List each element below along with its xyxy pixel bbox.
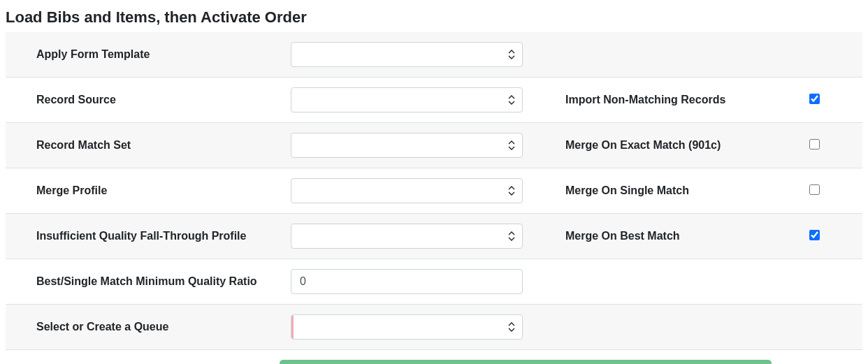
- label-apply-form-template: Apply Form Template: [17, 48, 291, 61]
- combobox-insufficient-quality[interactable]: [291, 224, 523, 249]
- checkbox-merge-single-match[interactable]: [809, 184, 820, 195]
- label-merge-single-match: Merge On Single Match: [548, 184, 809, 197]
- chevron-updown-icon: [508, 231, 515, 241]
- label-record-match-set: Record Match Set: [17, 139, 291, 152]
- row-record-match-set: Record Match Set Merge On Exact Match (9…: [6, 123, 862, 168]
- label-merge-exact-match: Merge On Exact Match (901c): [548, 139, 809, 152]
- label-import-non-matching: Import Non-Matching Records: [548, 94, 809, 106]
- row-merge-profile: Merge Profile Merge On Single Match: [6, 168, 862, 214]
- label-record-source: Record Source: [17, 94, 291, 106]
- combobox-record-match-set[interactable]: [291, 133, 523, 158]
- label-merge-best-match: Merge On Best Match: [548, 230, 809, 242]
- chevron-updown-icon: [508, 140, 515, 150]
- chevron-updown-icon: [508, 50, 515, 59]
- checkbox-merge-best-match[interactable]: [809, 230, 820, 240]
- label-select-queue: Select or Create a Queue: [17, 321, 291, 333]
- combobox-apply-form-template[interactable]: [291, 42, 523, 67]
- row-apply-form-template: Apply Form Template: [6, 32, 862, 78]
- checkbox-import-non-matching[interactable]: [809, 94, 820, 104]
- row-insufficient-quality: Insufficient Quality Fall-Through Profil…: [6, 214, 862, 259]
- label-insufficient-quality: Insufficient Quality Fall-Through Profil…: [17, 230, 291, 242]
- submit-button[interactable]: Submit: [280, 360, 772, 364]
- submit-row: Submit: [6, 350, 862, 364]
- combobox-record-source[interactable]: [291, 87, 523, 112]
- chevron-updown-icon: [508, 186, 515, 196]
- row-min-quality-ratio: Best/Single Match Minimum Quality Ratio: [6, 259, 862, 305]
- label-merge-profile: Merge Profile: [17, 184, 291, 197]
- chevron-updown-icon: [508, 322, 515, 332]
- combobox-merge-profile[interactable]: [291, 178, 523, 203]
- form-container: Apply Form Template Record Source Import…: [6, 32, 862, 364]
- page-title: Load Bibs and Items, then Activate Order: [6, 8, 862, 27]
- input-min-quality-ratio[interactable]: [291, 269, 523, 294]
- row-select-queue: Select or Create a Queue: [6, 305, 862, 350]
- label-min-quality-ratio: Best/Single Match Minimum Quality Ratio: [17, 275, 291, 288]
- combobox-select-queue[interactable]: [291, 314, 523, 340]
- chevron-updown-icon: [508, 95, 515, 105]
- row-record-source: Record Source Import Non-Matching Record…: [6, 78, 862, 123]
- checkbox-merge-exact-match[interactable]: [809, 139, 820, 150]
